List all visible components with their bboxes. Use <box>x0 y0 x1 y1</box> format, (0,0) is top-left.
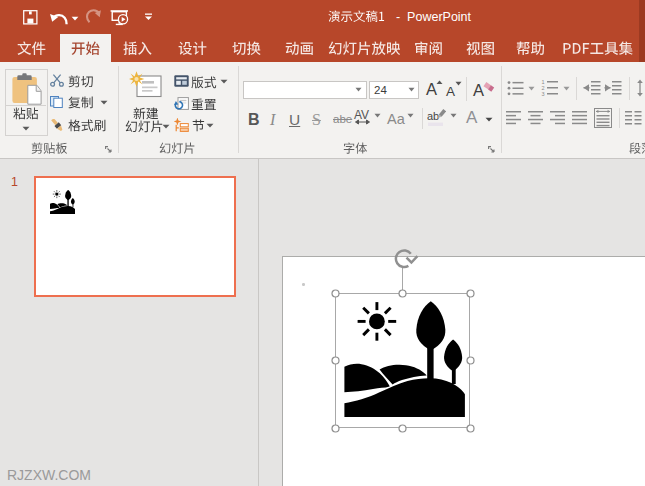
svg-text:3: 3 <box>542 91 545 97</box>
svg-text:ab: ab <box>427 110 439 122</box>
